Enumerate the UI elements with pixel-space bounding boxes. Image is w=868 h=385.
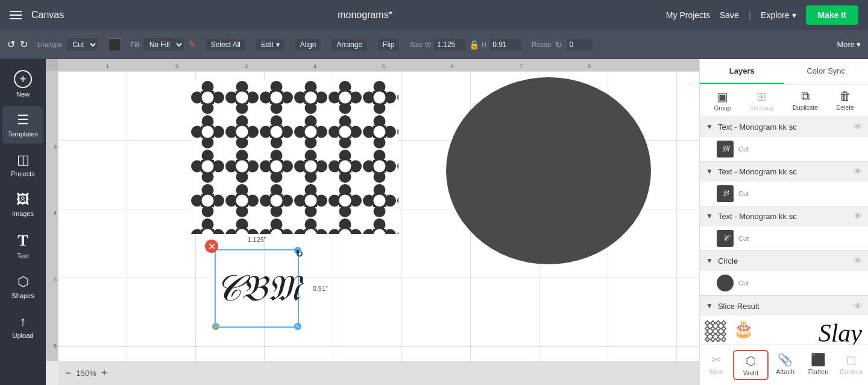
shapes-icon: ⬡ bbox=[17, 274, 29, 290]
eye-icon-circle[interactable]: 👁 bbox=[854, 256, 862, 266]
weld-icon: ⬡ bbox=[746, 354, 756, 368]
left-sidebar: + New ☰ Templates ◫ Projects 🖼 Images T … bbox=[0, 59, 46, 385]
linetype-select[interactable]: Cut bbox=[66, 37, 98, 52]
eye-icon-2[interactable]: 👁 bbox=[854, 167, 862, 176]
rotate-icon: ↻ bbox=[555, 40, 562, 49]
undo-redo-group: ↺ ↻ bbox=[7, 39, 28, 50]
move-handle[interactable]: ⤡ bbox=[294, 323, 301, 330]
layer-header-text-3[interactable]: ▼ Text - Monogram kk sc 👁 bbox=[700, 206, 868, 226]
undo-button[interactable]: ↺ bbox=[7, 39, 15, 50]
explore-button[interactable]: Explore ▾ bbox=[761, 10, 796, 20]
fill-select[interactable]: No Fill bbox=[143, 37, 184, 52]
sidebar-item-shapes[interactable]: ⬡ Shapes bbox=[2, 268, 43, 305]
edit-group: Edit ▾ bbox=[256, 38, 285, 51]
tab-layers[interactable]: Layers bbox=[700, 59, 784, 84]
sidebar-item-images[interactable]: 🖼 Images bbox=[2, 186, 43, 223]
slice-result-preview: 🎂 Slay AT HOME MOTHER bbox=[700, 316, 868, 345]
flip-button[interactable]: Flip bbox=[377, 38, 400, 51]
height-input[interactable] bbox=[489, 38, 522, 51]
eye-icon-1[interactable]: 👁 bbox=[854, 122, 862, 132]
redo-button[interactable]: ↻ bbox=[20, 39, 28, 50]
sidebar-label-new: New bbox=[16, 91, 30, 98]
circle-shape bbox=[446, 77, 651, 264]
layer-item-text-2: 𝔅 Cut bbox=[700, 181, 868, 206]
delete-tool[interactable]: 🗑 Delete bbox=[837, 89, 854, 112]
layer-info-text-1: Cut bbox=[738, 145, 862, 153]
project-name[interactable]: monograms* bbox=[338, 10, 392, 21]
ungroup-tool[interactable]: ⊞ UnGroup bbox=[749, 89, 774, 112]
images-icon: 🖼 bbox=[16, 192, 30, 208]
duplicate-tool[interactable]: ⧉ Duplicate bbox=[793, 89, 818, 112]
attach-icon: 📎 bbox=[778, 352, 793, 367]
main-layout: + New ☰ Templates ◫ Projects 🖼 Images T … bbox=[0, 59, 868, 385]
tab-color-sync[interactable]: Color Sync bbox=[784, 59, 869, 84]
layer-info-text-2: Cut bbox=[738, 190, 862, 197]
more-button[interactable]: More ▾ bbox=[837, 40, 861, 49]
rotate-handle[interactable]: ↻ bbox=[294, 247, 301, 254]
layer-group-circle: ▼ Circle 👁 Cut bbox=[700, 251, 868, 296]
chevron-icon-3: ▼ bbox=[706, 212, 713, 220]
delete-button[interactable]: ✕ bbox=[205, 240, 218, 253]
layer-thumb-text-2: 𝔅 bbox=[717, 185, 734, 202]
canvas-area[interactable]: 1 2 3 4 5 6 7 8 3 4 5 6 bbox=[46, 59, 699, 385]
attach-button[interactable]: 📎 Attach bbox=[769, 350, 802, 380]
arrange-button[interactable]: Arrange bbox=[331, 38, 368, 51]
ruler-vertical: 3 4 5 6 bbox=[46, 71, 58, 361]
size-label: Size bbox=[409, 41, 422, 48]
flatten-button[interactable]: ⬛ Flatten bbox=[802, 350, 835, 380]
projects-icon: ◫ bbox=[17, 152, 30, 168]
slice-button[interactable]: ✂ Slice bbox=[700, 350, 733, 380]
fill-group: Fill No Fill ✎ bbox=[131, 37, 196, 52]
chevron-icon-slice: ▼ bbox=[706, 302, 713, 310]
sidebar-item-upload[interactable]: ↑ Upload bbox=[2, 308, 43, 345]
chevron-icon-2: ▼ bbox=[706, 167, 713, 176]
layer-header-circle[interactable]: ▼ Circle 👁 bbox=[700, 251, 868, 270]
eye-icon-3[interactable]: 👁 bbox=[854, 211, 862, 221]
sidebar-item-text[interactable]: T Text bbox=[2, 226, 43, 266]
layer-header-text-1[interactable]: ▼ Text - Monogram kk sc 👁 bbox=[700, 117, 868, 136]
group-tool[interactable]: ▣ Group bbox=[714, 89, 731, 112]
rotate-input[interactable] bbox=[566, 38, 593, 51]
pattern-area bbox=[190, 80, 398, 234]
height-label: 0.91" bbox=[313, 285, 328, 292]
layer-title-circle: Circle bbox=[718, 256, 849, 266]
layer-type-text-1: Cut bbox=[738, 145, 862, 153]
eye-icon-slice[interactable]: 👁 bbox=[854, 301, 862, 311]
layer-title-text-1: Text - Monogram kk sc bbox=[718, 122, 849, 132]
chevron-icon-1: ▼ bbox=[706, 122, 713, 131]
zoom-in-button[interactable]: + bbox=[101, 367, 108, 380]
make-it-button[interactable]: Make It bbox=[806, 5, 858, 25]
edit-button[interactable]: Edit ▾ bbox=[256, 38, 285, 51]
save-link[interactable]: Save bbox=[720, 10, 739, 20]
layer-group-text-1: ▼ Text - Monogram kk sc 👁 𝔐 Cut bbox=[700, 117, 868, 162]
slice-result-header[interactable]: ▼ Slice Result 👁 bbox=[700, 296, 868, 316]
lock-icon: 🔒 bbox=[469, 40, 479, 49]
layer-group-text-3: ▼ Text - Monogram kk sc 👁 𝒞 Cut bbox=[700, 206, 868, 251]
sidebar-item-templates[interactable]: ☰ Templates bbox=[2, 106, 43, 144]
align-button[interactable]: Align bbox=[295, 38, 322, 51]
color-box[interactable] bbox=[108, 38, 121, 51]
my-projects-link[interactable]: My Projects bbox=[666, 10, 710, 20]
layer-info-circle: Cut bbox=[738, 279, 862, 287]
layer-thumb-text-1: 𝔐 bbox=[717, 141, 734, 158]
text-icon: T bbox=[17, 232, 28, 250]
hamburger-menu[interactable] bbox=[10, 11, 22, 19]
weld-button[interactable]: ⬡ Weld bbox=[733, 350, 769, 380]
flip-group: Flip bbox=[377, 38, 400, 51]
lock-handle[interactable]: 🔒 bbox=[212, 323, 219, 330]
canvas-grid: 1.125" 0.91" ✕ ↻ 𝒞𝔅𝔐 🔒 ⤡ bbox=[58, 71, 699, 361]
zoom-out-button[interactable]: − bbox=[65, 367, 72, 380]
layer-group-text-2: ▼ Text - Monogram kk sc 👁 𝔅 Cut bbox=[700, 162, 868, 206]
monogram-selected[interactable]: 1.125" 0.91" ✕ ↻ 𝒞𝔅𝔐 🔒 ⤡ bbox=[215, 249, 299, 328]
width-input[interactable] bbox=[433, 38, 467, 51]
layer-header-text-2[interactable]: ▼ Text - Monogram kk sc 👁 bbox=[700, 162, 868, 181]
select-all-button[interactable]: Select All bbox=[206, 38, 246, 51]
sidebar-item-new[interactable]: + New bbox=[2, 64, 43, 104]
sidebar-item-projects[interactable]: ◫ Projects bbox=[2, 146, 43, 183]
upload-icon: ↑ bbox=[20, 314, 27, 329]
header: Canvas monograms* My Projects Save | Exp… bbox=[0, 0, 868, 30]
sidebar-label-projects: Projects bbox=[11, 170, 35, 177]
contour-button[interactable]: ◻ Contour bbox=[835, 350, 868, 380]
linetype-group: Linetype Cut bbox=[37, 37, 98, 52]
layer-title-text-2: Text - Monogram kk sc bbox=[718, 167, 849, 176]
